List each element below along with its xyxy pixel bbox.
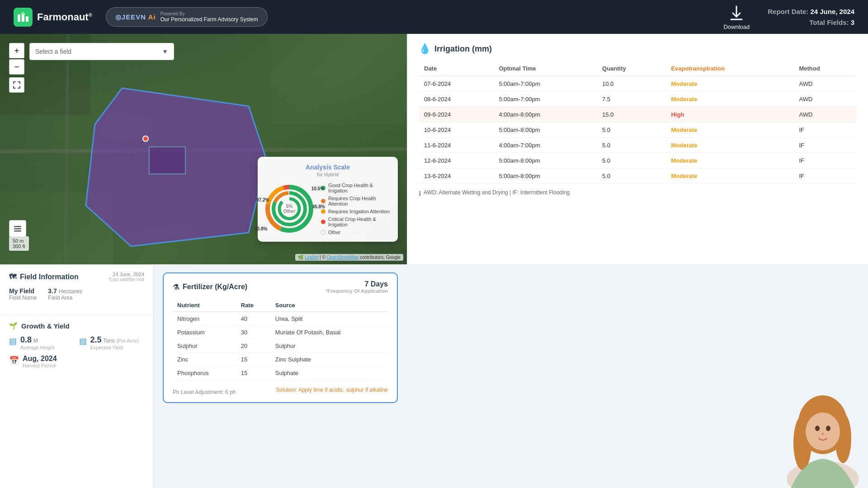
fertilizer-title: ⚗ Fertilizer (Kg/Acre) [173, 283, 247, 291]
irr-method: IF [793, 169, 857, 184]
yield-label: Expected Yield [90, 345, 139, 350]
height-item: ▤ 0.8 M Average Height [9, 335, 75, 350]
legend-dot-crop [321, 199, 326, 203]
fert-nutrient: Zinc [173, 353, 236, 366]
fertilizer-wrapper: ⚗ Fertilizer (Kg/Acre) 7 Days *Frequency… [154, 264, 407, 488]
svg-rect-0 [18, 14, 20, 22]
powered-desc: Our Personalized Farm Advisory System [160, 16, 258, 23]
irr-qty: 5.0 [597, 153, 665, 169]
irr-table-row: 09-6-2024 4:00am-8:00pm 15.0 High AWD [419, 107, 857, 122]
field-select-dropdown[interactable]: Select a field ▼ [29, 43, 174, 60]
header: Farmonaut® ◎JEEVN Ai Powered By Our Pers… [0, 0, 868, 34]
map-controls: + − [9, 43, 24, 93]
field-info-header: 🗺 Field Information 24 June, 2024 *Last … [9, 272, 144, 282]
irr-date: 09-6-2024 [419, 107, 493, 122]
irr-method: AWD [793, 76, 857, 92]
legend-item-irr: Requires Irrigation Attention [321, 209, 391, 214]
irr-col-date: Date [419, 61, 493, 76]
irr-date: 07-6-2024 [419, 76, 493, 92]
awd-note-text: AWD: Alternate Wetting and Drying | IF: … [424, 189, 570, 196]
irr-col-time: Optimal Time [493, 61, 597, 76]
scale-indicator: 50 m 300 ft [9, 236, 29, 251]
growth-yield-section: 🌱 Growth & Yield ▤ 0.8 M Average Height [0, 315, 153, 375]
irr-qty: 5.0 [597, 138, 665, 153]
fert-nutrient: Potassium [173, 326, 236, 339]
analysis-scale-panel: Analysis Scale for Hybrid 97.2% 10.5% 45… [258, 157, 398, 242]
field-name-sub: Field Name [9, 295, 37, 301]
irr-date: 10-6-2024 [419, 122, 493, 138]
irr-table-row: 08-6-2024 5:00am-7:00pm 7.5 Moderate AWD [419, 92, 857, 107]
powered-by-label: Powered By [160, 11, 258, 16]
irrigation-panel: 💧 Irrigation (mm) Date Optimal Time Quan… [407, 34, 868, 264]
spacer [407, 264, 868, 488]
legend-dot-irr [321, 209, 326, 214]
jeevn-logo: ◎JEEVN Ai [115, 13, 156, 21]
fert-table-row: Zinc 15 Zinc Sulphate [173, 353, 388, 366]
field-icon: 🗺 [9, 273, 16, 281]
zoom-out-button[interactable]: − [9, 59, 24, 75]
field-info-title: 🗺 Field Information [9, 273, 79, 281]
irr-date: 13-6-2024 [419, 169, 493, 184]
irr-table-row: 10-6-2024 5:00am-8:00pm 5.0 Moderate IF [419, 122, 857, 138]
irr-evap: Moderate [665, 169, 793, 184]
svg-rect-13 [14, 230, 21, 232]
download-button[interactable]: Download [723, 4, 750, 30]
fertilizer-panel: ⚗ Fertilizer (Kg/Acre) 7 Days *Frequency… [163, 272, 398, 403]
legend-dot-other [321, 230, 326, 235]
fert-table-row: Potassium 30 Muriate Of Potash, Basal [173, 326, 388, 339]
logo-area: Farmonaut® [14, 8, 92, 27]
irr-qty: 5.0 [597, 122, 665, 138]
fert-col-source: Source [271, 299, 388, 312]
fert-rate: 20 [236, 339, 271, 353]
irr-evap: Moderate [665, 76, 793, 92]
irr-time: 5:00am-7:00pm [493, 76, 597, 92]
irr-qty: 10.0 [597, 76, 665, 92]
growth-yield-grid: ▤ 0.8 M Average Height ▤ [9, 335, 144, 368]
info-icon: ℹ [419, 190, 421, 197]
fert-source: Zinc Sulphate [271, 353, 388, 366]
donut-center-pct: 5% [286, 204, 292, 209]
fert-table-row: Nitrogen 40 Urea, Split [173, 312, 388, 326]
irr-time: 4:00am-8:00pm [493, 107, 597, 122]
field-name-item: My Field Field Name [9, 287, 37, 301]
svg-rect-6 [271, 34, 407, 124]
donut-chart: 97.2% 10.5% 45.8% 40.8% [264, 184, 314, 234]
field-area-sub: Field Area [48, 295, 82, 301]
height-label: Average Height [20, 345, 55, 350]
field-info-section: 🗺 Field Information 24 June, 2024 *Last … [0, 265, 153, 315]
layers-button[interactable] [9, 220, 26, 237]
field-details: My Field Field Name 3.7 Hectares Field A… [9, 287, 144, 301]
legend-label-good: Good Crop Health & Irrigation [328, 183, 391, 193]
irr-qty: 15.0 [597, 107, 665, 122]
legend-label-irr: Requires Irrigation Attention [328, 209, 390, 214]
report-date: Report Date: 24 June, 2024 [768, 6, 854, 17]
irr-method: IF [793, 138, 857, 153]
total-fields: Total Fields: 3 [768, 17, 854, 28]
donut-center-label: Other [283, 209, 296, 214]
legend-item-crop: Requires Crop Health Attention [321, 196, 391, 206]
field-name-value: My Field [9, 287, 37, 295]
irr-evap: Moderate [665, 92, 793, 107]
irr-date: 08-6-2024 [419, 92, 493, 107]
fert-table-row: Phosphorus 15 Sulphate [173, 366, 388, 380]
svg-rect-10 [149, 147, 185, 174]
irr-time: 4:00am-7:00pm [493, 138, 597, 153]
fert-nutrient: Sulphur [173, 339, 236, 353]
irr-date: 12-6-2024 [419, 153, 493, 169]
irr-col-qty: Quantity [597, 61, 665, 76]
legend-item-other: Other [321, 230, 391, 235]
zoom-in-button[interactable]: + [9, 43, 24, 58]
irr-table-row: 07-6-2024 5:00am-7:00pm 10.0 Moderate AW… [419, 76, 857, 92]
fullscreen-button[interactable] [9, 77, 24, 93]
awd-note: ℹ AWD: Alternate Wetting and Drying | IF… [419, 189, 857, 197]
fert-source: Sulphate [271, 366, 388, 380]
irr-evap: Moderate [665, 153, 793, 169]
analysis-legend: Good Crop Health & Irrigation Requires C… [321, 183, 391, 235]
irr-method: AWD [793, 107, 857, 122]
satellite-note: *Last satellite visit [108, 277, 144, 282]
irr-table-row: 11-6-2024 4:00am-7:00pm 5.0 Moderate IF [419, 138, 857, 153]
harvest-value: Aug, 2024 [23, 355, 57, 363]
fert-col-rate: Rate [236, 299, 271, 312]
irr-evap: Moderate [665, 122, 793, 138]
chevron-down-icon: ▼ [162, 48, 168, 55]
